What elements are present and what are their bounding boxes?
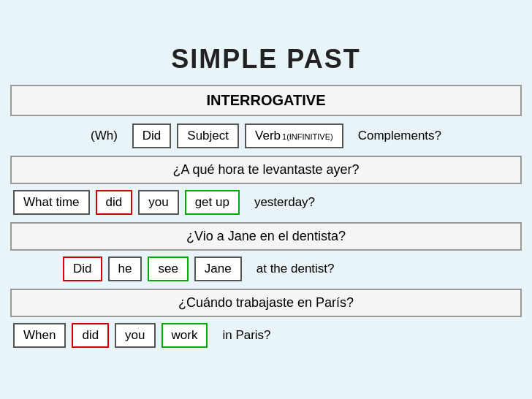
work-cell: work bbox=[162, 323, 208, 348]
complements-cell: Complements? bbox=[349, 125, 450, 147]
page-title: SIMPLE PAST bbox=[10, 44, 522, 75]
in-paris-cell: in Paris? bbox=[213, 324, 279, 346]
he-cell: he bbox=[108, 256, 142, 281]
when-cell: When bbox=[13, 323, 66, 348]
at-dentist-cell: at the dentist? bbox=[248, 258, 343, 280]
example-row-1: What time did you get up yesterday? bbox=[10, 190, 522, 215]
yesterday-cell: yesterday? bbox=[246, 191, 324, 213]
did-cell-3: did bbox=[72, 323, 109, 348]
see-cell: see bbox=[148, 256, 188, 281]
main-container: SIMPLE PAST INTERROGATIVE (Wh) Did Subje… bbox=[10, 44, 522, 355]
verb-subscript: 1(INFINITIVE) bbox=[282, 132, 333, 141]
section-label: INTERROGATIVE bbox=[10, 85, 522, 116]
did-cell-1: did bbox=[96, 190, 133, 215]
you-cell-3: you bbox=[115, 323, 155, 348]
spanish-sentence-2: ¿Vio a Jane en el dentista? bbox=[10, 222, 522, 251]
subject-cell: Subject bbox=[177, 123, 239, 148]
you-cell-1: you bbox=[138, 190, 178, 215]
example-row-2: Did he see Jane at the dentist? bbox=[10, 256, 522, 281]
spanish-sentence-3: ¿Cuándo trabajaste en París? bbox=[10, 289, 522, 317]
what-time-cell: What time bbox=[13, 190, 90, 215]
header-row: (Wh) Did Subject Verb 1(INFINITIVE) Comp… bbox=[10, 123, 522, 148]
did-cell-2: Did bbox=[63, 256, 102, 281]
spanish-sentence-1: ¿A qué hora te levantaste ayer? bbox=[10, 156, 522, 184]
jane-cell: Jane bbox=[194, 256, 242, 281]
verb-cell: Verb 1(INFINITIVE) bbox=[245, 123, 343, 148]
did-header-cell: Did bbox=[132, 123, 172, 148]
wh-cell: (Wh) bbox=[82, 125, 126, 147]
example-row-3: When did you work in Paris? bbox=[10, 323, 522, 348]
verb-main-label: Verb bbox=[255, 129, 281, 143]
get-up-cell: get up bbox=[185, 190, 240, 215]
